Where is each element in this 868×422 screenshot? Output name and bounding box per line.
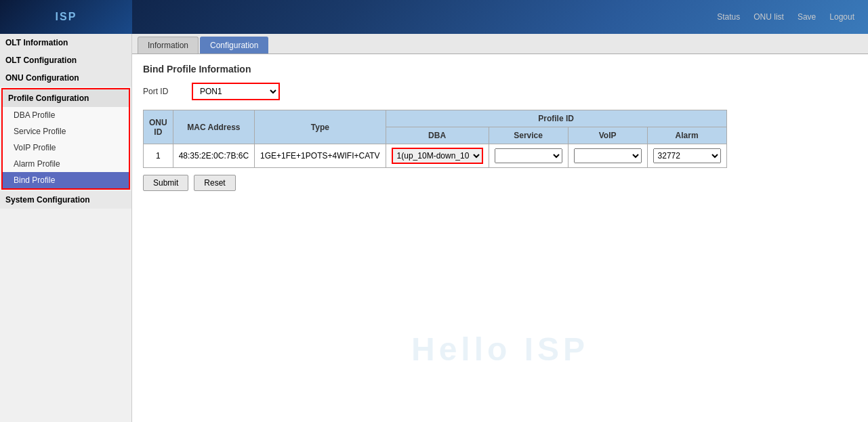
sidebar-item-service-profile[interactable]: Service Profile: [3, 123, 129, 140]
cell-dba[interactable]: 1(up_10M-down_10: [386, 144, 489, 168]
sidebar-item-profile-configuration[interactable]: Profile Configuration: [3, 89, 129, 107]
cell-service[interactable]: [489, 144, 568, 168]
port-id-row: Port ID PON1 PON2 PON3 PON4: [143, 83, 857, 100]
service-select[interactable]: [495, 148, 562, 163]
sidebar-item-voip-profile[interactable]: VoIP Profile: [3, 140, 129, 156]
dba-select[interactable]: 1(up_10M-down_10: [392, 148, 483, 164]
port-id-select[interactable]: PON1 PON2 PON3 PON4: [192, 83, 280, 100]
button-row: Submit Reset: [143, 175, 857, 191]
profile-config-group: Profile Configuration DBA Profile Servic…: [1, 88, 130, 190]
th-voip: VoIP: [568, 127, 647, 144]
tab-bar: Information Configuration: [132, 34, 868, 54]
voip-select[interactable]: [574, 148, 642, 163]
sidebar-item-olt-information[interactable]: OLT Information: [0, 34, 131, 51]
reset-button[interactable]: Reset: [194, 175, 235, 191]
sidebar-item-onu-configuration[interactable]: ONU Configuration: [0, 69, 131, 87]
cell-type: 1GE+1FE+1POTS+4WIFI+CATV: [255, 144, 386, 168]
content-area: Information Configuration Bind Profile I…: [132, 34, 868, 422]
cell-onu-id: 1: [144, 144, 173, 168]
sidebar-item-dba-profile[interactable]: DBA Profile: [3, 107, 129, 123]
nav-links: Status ONU list Save Logout: [717, 12, 854, 22]
bind-profile-table: ONU ID MAC Address Type Profile ID DBA S…: [143, 110, 727, 168]
th-type: Type: [255, 110, 386, 144]
main-layout: OLT Information OLT Configuration ONU Co…: [0, 34, 868, 422]
th-alarm: Alarm: [647, 127, 726, 144]
sidebar-item-alarm-profile[interactable]: Alarm Profile: [3, 156, 129, 172]
logo-area: ISP: [0, 0, 132, 34]
th-service: Service: [489, 127, 568, 144]
cell-alarm[interactable]: 32772: [647, 144, 726, 168]
port-id-label: Port ID: [143, 87, 184, 96]
main-content: Bind Profile Information Port ID PON1 PO…: [132, 54, 868, 201]
status-link[interactable]: Status: [717, 12, 740, 22]
cell-voip[interactable]: [568, 144, 647, 168]
sidebar-item-olt-configuration[interactable]: OLT Configuration: [0, 51, 131, 69]
sidebar-item-bind-profile[interactable]: Bind Profile: [3, 172, 129, 188]
submit-button[interactable]: Submit: [143, 175, 188, 191]
save-link[interactable]: Save: [798, 12, 816, 22]
alarm-select[interactable]: 32772: [653, 148, 721, 163]
th-dba: DBA: [386, 127, 489, 144]
page-title: Bind Profile Information: [143, 64, 857, 75]
tab-configuration[interactable]: Configuration: [200, 37, 268, 54]
cell-mac-address: 48:35:2E:0C:7B:6C: [173, 144, 254, 168]
watermark: Hello ISP: [411, 331, 589, 368]
tab-information[interactable]: Information: [138, 37, 199, 54]
sidebar: OLT Information OLT Configuration ONU Co…: [0, 34, 132, 422]
logo-text: ISP: [56, 11, 77, 23]
sidebar-item-system-configuration[interactable]: System Configuration: [0, 191, 131, 209]
header: ISP Status ONU list Save Logout: [0, 0, 868, 34]
th-onu-id: ONU ID: [144, 110, 173, 144]
logout-link[interactable]: Logout: [829, 12, 854, 22]
onu-list-link[interactable]: ONU list: [753, 12, 784, 22]
table-row: 1 48:35:2E:0C:7B:6C 1GE+1FE+1POTS+4WIFI+…: [144, 144, 727, 168]
th-mac-address: MAC Address: [173, 110, 254, 144]
th-profile-id: Profile ID: [386, 110, 726, 127]
